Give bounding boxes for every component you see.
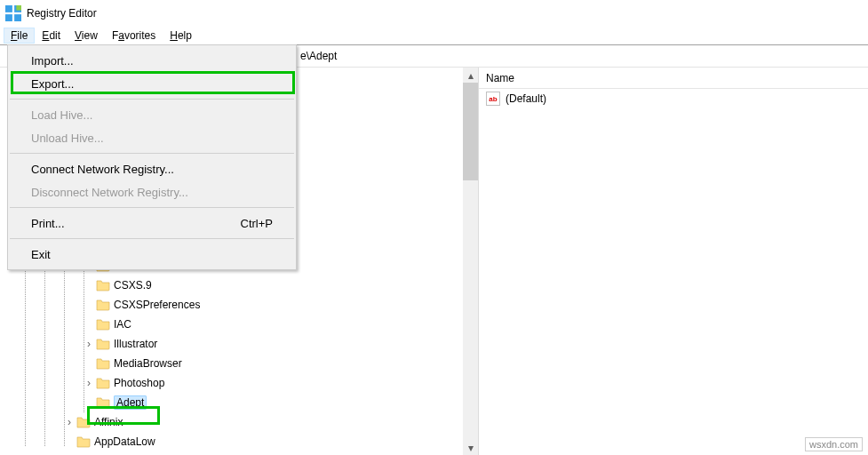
tree-node-label: AppDataLow [94,435,155,448]
tree-node[interactable]: ›Photoshop [0,373,463,393]
tree-node[interactable]: MediaBrowser [0,354,463,373]
tree-scrollbar[interactable]: ▴ ▾ [463,68,478,455]
menu-bar: File Edit View Favorites Help [0,27,868,44]
menu-item-label: Disconnect Network Registry... [31,186,188,199]
tree-node-label: CSXSPreferences [114,299,200,311]
folder-icon [96,337,110,351]
menu-item-label: Import... [31,54,74,68]
folder-icon [76,415,91,429]
menu-item-export[interactable]: Export... [8,72,296,95]
menu-item-label: Connect Network Registry... [31,163,174,176]
column-label: Name [486,72,514,84]
file-menu-dropdown: Import... Export... Load Hive... Unload … [7,44,297,270]
title-bar: Registry Editor [0,0,868,27]
menu-view[interactable]: View [68,28,105,44]
scroll-up-icon[interactable]: ▴ [463,68,478,83]
list-item[interactable]: ab (Default) [479,89,868,108]
values-pane: Name ab (Default) [479,68,868,455]
menu-item-shortcut: Ctrl+P [241,217,273,230]
menu-separator [10,238,294,239]
scroll-down-icon[interactable]: ▾ [463,440,478,455]
address-path-fragment: e\Adept [300,50,337,62]
svg-rect-3 [14,14,21,21]
folder-icon [96,356,110,371]
menu-item-load-hive: Load Hive... [8,103,296,126]
string-value-icon: ab [486,92,500,106]
menu-item-label: Exit [31,248,51,261]
menu-item-label: Export... [31,77,74,91]
menu-item-print[interactable]: Print... Ctrl+P [8,212,296,235]
tree-node[interactable]: IAC [0,315,463,334]
folder-icon [96,278,110,292]
tree-node-label: Affinix [94,416,123,428]
menu-item-label: Unload Hive... [31,132,104,145]
svg-rect-4 [16,5,21,11]
tree-node-label: Photoshop [114,377,164,389]
menu-file[interactable]: File [4,28,35,44]
window-title: Registry Editor [27,7,97,20]
svg-rect-2 [5,14,12,21]
tree-node-label: MediaBrowser [114,357,182,370]
menu-separator [10,153,294,154]
menu-edit[interactable]: Edit [35,28,68,44]
value-name: (Default) [506,92,546,105]
folder-icon [96,317,110,331]
tree-node[interactable]: CSXSPreferences [0,295,463,315]
menu-item-import[interactable]: Import... [8,49,296,72]
menu-item-unload-hive: Unload Hive... [8,126,296,149]
tree-node[interactable]: Adept [0,393,463,412]
menu-separator [10,99,294,100]
menu-item-label: Load Hive... [31,108,92,122]
chevron-right-icon[interactable]: › [84,377,94,389]
tree-node[interactable]: ›Illustrator [0,334,463,354]
tree-node-label: Illustrator [114,338,157,350]
menu-item-disconnect-network: Disconnect Network Registry... [8,180,296,204]
folder-icon [96,395,110,410]
menu-item-exit[interactable]: Exit [8,243,296,266]
tree-node[interactable]: ›Affinix [0,412,463,432]
folder-icon [96,298,110,312]
menu-favorites[interactable]: Favorites [105,28,163,44]
svg-rect-0 [5,5,12,12]
tree-node-label: CSXS.9 [114,279,152,291]
folder-icon [96,376,110,390]
app-icon [5,5,21,21]
chevron-right-icon[interactable]: › [64,416,75,428]
chevron-right-icon[interactable]: › [84,338,94,350]
folder-icon [76,435,91,449]
tree-node[interactable]: CSXS.9 [0,275,463,295]
column-header-name[interactable]: Name [479,68,868,89]
tree-node-label: IAC [114,318,131,331]
menu-help[interactable]: Help [163,28,199,44]
menu-separator [10,207,294,208]
menu-item-label: Print... [31,217,65,230]
watermark: wsxdn.com [805,437,863,451]
menu-item-connect-network[interactable]: Connect Network Registry... [8,157,296,180]
tree-node[interactable]: AppDataLow [0,432,463,451]
tree-node-label: Adept [114,395,147,410]
scroll-thumb[interactable] [463,83,478,180]
